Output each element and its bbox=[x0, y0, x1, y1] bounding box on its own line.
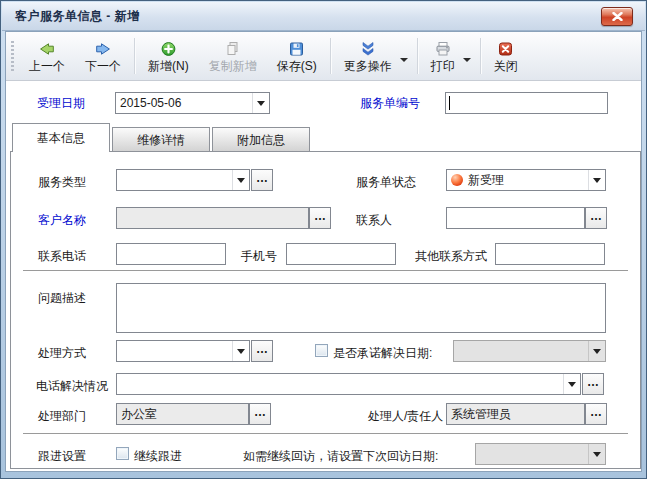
toolbar-separator bbox=[134, 38, 135, 74]
department-label: 处理部门 bbox=[38, 409, 86, 423]
next-button[interactable]: 下一个 bbox=[75, 34, 131, 78]
handler-ellipsis-button[interactable]: … bbox=[585, 403, 607, 425]
order-number-label: 服务单编号 bbox=[360, 96, 420, 110]
print-dropdown-icon[interactable] bbox=[463, 58, 471, 66]
close-x-icon bbox=[612, 12, 623, 21]
more-actions-dropdown-icon[interactable] bbox=[400, 58, 408, 66]
tab-basic-info[interactable]: 基本信息 bbox=[12, 123, 110, 152]
continue-followup-label: 继续跟进 bbox=[134, 449, 182, 463]
arrow-right-icon bbox=[94, 41, 112, 57]
followup-settings-label: 跟进设置 bbox=[38, 449, 86, 463]
handle-method-label: 处理方式 bbox=[38, 346, 86, 360]
handler-field: 系统管理员 bbox=[446, 403, 585, 425]
accept-date-value: 2015-05-06 bbox=[116, 96, 181, 110]
chevron-down-icon[interactable] bbox=[588, 170, 605, 190]
toolbar-gripper bbox=[11, 41, 14, 71]
phone-resolution-combobox[interactable] bbox=[116, 373, 581, 395]
horizontal-divider bbox=[23, 270, 628, 271]
toolbar-separator bbox=[417, 38, 418, 74]
contact-phone-label: 联系电话 bbox=[38, 249, 86, 263]
red-x-square-icon bbox=[497, 41, 514, 57]
promise-date-label: 是否承诺解决日期: bbox=[333, 346, 432, 360]
mobile-input[interactable] bbox=[286, 243, 396, 265]
arrow-left-icon bbox=[38, 41, 56, 57]
horizontal-divider bbox=[23, 433, 628, 434]
window-close-button[interactable] bbox=[601, 7, 633, 26]
status-value: 新受理 bbox=[468, 172, 504, 189]
close-button[interactable]: 关闭 bbox=[484, 34, 528, 78]
phone-resolution-ellipsis-button[interactable]: … bbox=[582, 373, 604, 395]
dialog-window: 客户服务单信息 - 新增 上一个 下一个 bbox=[0, 0, 647, 479]
dialog-body: 上一个 下一个 新增(N) bbox=[5, 31, 642, 472]
department-ellipsis-button[interactable]: … bbox=[249, 403, 271, 425]
department-value: 办公室 bbox=[117, 406, 157, 423]
continue-followup-checkbox[interactable] bbox=[116, 447, 129, 460]
handle-method-combobox[interactable] bbox=[116, 340, 250, 362]
status-combobox[interactable]: 新受理 bbox=[446, 169, 606, 191]
problem-description-textarea[interactable] bbox=[116, 283, 606, 333]
double-chevron-down-icon bbox=[359, 41, 377, 57]
service-type-combobox[interactable] bbox=[116, 169, 250, 191]
revisit-hint-label: 如需继续回访，请设置下次回访日期: bbox=[243, 449, 438, 463]
mobile-label: 手机号 bbox=[241, 249, 277, 263]
save-button[interactable]: 保存(S) bbox=[267, 34, 327, 78]
accept-date-combobox[interactable]: 2015-05-06 bbox=[115, 92, 270, 114]
toolbar-separator bbox=[330, 38, 331, 74]
toolbar: 上一个 下一个 新增(N) bbox=[6, 32, 641, 81]
tab-repair-details[interactable]: 维修详情 bbox=[112, 127, 210, 152]
window-title: 客户服务单信息 - 新增 bbox=[15, 8, 140, 25]
handler-label: 处理人/责任人 bbox=[368, 409, 443, 423]
plus-circle-icon bbox=[160, 41, 177, 57]
copy-new-button: 复制新增 bbox=[199, 34, 267, 78]
contact-phone-input[interactable] bbox=[116, 243, 226, 265]
contact-person-label: 联系人 bbox=[356, 213, 392, 227]
customer-name-label: 客户名称 bbox=[38, 213, 86, 227]
contact-person-ellipsis-button[interactable]: … bbox=[585, 207, 607, 229]
toolbar-separator bbox=[480, 38, 481, 74]
chevron-down-icon[interactable] bbox=[563, 374, 580, 394]
print-button[interactable]: 打印 bbox=[421, 34, 465, 78]
tab-additional-info[interactable]: 附加信息 bbox=[212, 127, 310, 152]
customer-name-ellipsis-button[interactable]: … bbox=[309, 207, 331, 229]
contact-person-input[interactable] bbox=[446, 207, 585, 229]
basic-info-panel: 服务类型 … 服务单状态 新受理 客户名称 … 联系人 … 联系电话 手机号 bbox=[10, 151, 641, 469]
status-dot-icon bbox=[451, 174, 463, 186]
service-type-ellipsis-button[interactable]: … bbox=[251, 169, 273, 191]
printer-icon bbox=[434, 41, 452, 57]
more-actions-button[interactable]: 更多操作 bbox=[334, 34, 402, 78]
department-field: 办公室 bbox=[116, 403, 249, 425]
chevron-down-icon[interactable] bbox=[232, 170, 249, 190]
handle-method-ellipsis-button[interactable]: … bbox=[251, 340, 273, 362]
chevron-down-icon[interactable] bbox=[232, 341, 249, 361]
promise-date-checkbox[interactable] bbox=[315, 344, 328, 357]
title-bar: 客户服务单信息 - 新增 bbox=[2, 2, 645, 31]
floppy-disk-icon bbox=[288, 41, 305, 57]
accept-date-label: 受理日期 bbox=[37, 96, 85, 110]
revisit-date-combobox bbox=[475, 443, 606, 465]
text-cursor bbox=[449, 96, 450, 110]
chevron-down-icon bbox=[588, 341, 605, 361]
promise-date-combobox bbox=[453, 340, 606, 362]
add-new-button[interactable]: 新增(N) bbox=[138, 34, 199, 78]
customer-name-field bbox=[116, 207, 309, 229]
previous-button[interactable]: 上一个 bbox=[19, 34, 75, 78]
copy-pages-icon bbox=[224, 41, 241, 57]
service-type-label: 服务类型 bbox=[38, 175, 86, 189]
other-contact-input[interactable] bbox=[495, 243, 605, 265]
phone-resolution-label: 电话解决情况 bbox=[36, 379, 108, 393]
chevron-down-icon bbox=[588, 444, 605, 464]
other-contact-label: 其他联系方式 bbox=[415, 249, 487, 263]
handler-value: 系统管理员 bbox=[447, 406, 511, 423]
order-number-input[interactable] bbox=[445, 92, 608, 114]
problem-description-label: 问题描述 bbox=[38, 291, 86, 305]
chevron-down-icon[interactable] bbox=[252, 93, 269, 113]
status-label: 服务单状态 bbox=[356, 175, 416, 189]
